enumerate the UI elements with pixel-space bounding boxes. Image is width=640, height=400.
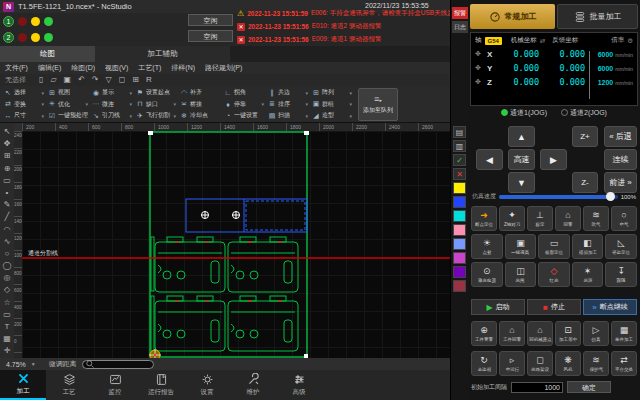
dry-run-button[interactable]: ▹空运行 — [499, 351, 525, 376]
line-tool-icon[interactable]: ╱ — [1, 211, 13, 222]
continuous-button[interactable]: 连续 — [604, 149, 637, 170]
breakpoint-resume-button[interactable]: »断点继续 — [583, 299, 637, 315]
color-blue[interactable] — [453, 196, 466, 208]
nudge-distance-input[interactable] — [95, 361, 153, 367]
grid-tool-icon[interactable]: ⊞ — [1, 150, 13, 161]
red-light-button[interactable]: ◇红光 — [538, 262, 570, 287]
zoom-tool-icon[interactable]: ⊕ — [1, 163, 13, 174]
chevron-down-icon[interactable]: ▾ — [173, 101, 176, 107]
start-button[interactable]: ▶启动 — [471, 299, 525, 315]
shape-button[interactable]: ◢造型▾ — [310, 110, 354, 122]
ellipse-tool-icon[interactable]: ◯ — [1, 260, 13, 271]
jog-up-button[interactable]: ▲ — [508, 126, 535, 147]
flying-cut-button[interactable]: ✈飞行切割▾ — [134, 110, 178, 122]
pan-tool-icon[interactable]: ✥ — [1, 138, 13, 149]
calibrate-button[interactable]: ⊥标定 — [527, 206, 553, 231]
view-button[interactable]: ⊞视图 — [46, 87, 90, 99]
dimension-button[interactable]: ↔尺寸▾ — [2, 110, 46, 122]
disable-layer-icon[interactable]: ✕ — [453, 168, 466, 180]
scan-button[interactable]: ▤扫描▾ — [266, 110, 310, 122]
chevron-down-icon[interactable]: ▾ — [173, 113, 176, 119]
tab-monitor[interactable]: 监控 — [92, 370, 138, 400]
beam-setup-button[interactable]: ◻光路架设 — [527, 351, 553, 376]
chevron-down-icon[interactable]: ▾ — [261, 101, 264, 107]
edge-seek-button[interactable]: ◺寻边定位 — [605, 234, 637, 259]
undo-icon[interactable]: ↶ — [78, 75, 85, 85]
menu-item[interactable]: 工艺(T) — [138, 63, 161, 73]
overlap-icon[interactable]: ⊞ — [132, 75, 139, 85]
high-speed-button[interactable]: 高速 — [508, 149, 535, 170]
display-button[interactable]: ◉显示▾ — [90, 87, 134, 99]
gear-icon[interactable]: ⚙ — [627, 37, 633, 45]
group-button[interactable]: ▣群组▾ — [310, 99, 354, 111]
fan-button[interactable]: ❋风机 — [555, 351, 581, 376]
center-machining-button[interactable]: ⊡加工居中 — [555, 321, 581, 346]
arc-tool-icon[interactable]: ◠ — [1, 224, 13, 235]
common-edge-button[interactable]: ∥共边▾ — [266, 87, 310, 99]
one-key-setup-button[interactable]: ◔一键设置 — [222, 110, 266, 122]
spot-shot-button[interactable]: ☀点射 — [471, 234, 503, 259]
transform-button[interactable]: ⇄变换▾ — [2, 99, 46, 111]
shutter-button[interactable]: ◫光闸 — [505, 262, 537, 287]
chevron-down-icon[interactable]: ▾ — [129, 101, 132, 107]
follow-button[interactable]: ↧跟随 — [605, 262, 637, 287]
chevron-down-icon[interactable]: ▾ — [305, 113, 308, 119]
lead-line-button[interactable]: ↘引刀线▾ — [90, 110, 134, 122]
tab-craft[interactable]: 工艺 — [46, 370, 92, 400]
select-tool-icon[interactable]: ↖ — [1, 126, 13, 137]
center-mark-tool-icon[interactable]: ✛ — [1, 345, 13, 356]
curve-tool-icon[interactable]: ∿ — [1, 236, 13, 247]
radio-channel-2[interactable]: 通道2(JOG) — [561, 108, 607, 118]
stop-button[interactable]: ■停止 — [527, 299, 581, 315]
tab-machining[interactable]: 加工 — [0, 370, 46, 400]
frame-icon[interactable]: ◻ — [119, 75, 126, 85]
alarm-panel-button[interactable]: 报警 — [452, 7, 468, 19]
chevron-down-icon[interactable]: ▾ — [349, 101, 352, 107]
backward-button[interactable]: «后退 — [604, 126, 637, 147]
cooling-point-button[interactable]: ❄冷却点 — [178, 110, 222, 122]
air-button[interactable]: ○空气 — [611, 206, 637, 231]
tab-run-report[interactable]: 运行报告 — [138, 370, 184, 400]
filter-icon[interactable]: ▽ — [106, 75, 112, 85]
zoom-level[interactable]: 4.75% — [6, 361, 26, 368]
return-machine-origin-button[interactable]: ⌂回机械原点 — [527, 321, 553, 346]
dock-button[interactable]: ♦停靠▾ — [222, 99, 266, 111]
image-tool-icon[interactable]: ▦ — [1, 333, 13, 344]
jog-z-minus-button[interactable]: Z- — [572, 172, 598, 193]
micro-joint-button[interactable]: ⋯微连▾ — [90, 99, 134, 111]
jog-down-button[interactable]: ▼ — [508, 172, 535, 193]
protective-gas-button[interactable]: ≋保护气 — [583, 351, 609, 376]
simulate-machining-button[interactable]: ◧模拟加工 — [572, 234, 604, 259]
chevron-down-icon[interactable]: ▾ — [305, 101, 308, 107]
sim-speed-slider[interactable] — [499, 195, 618, 199]
one-key-preprocess-button[interactable]: ☑一键预处理 — [46, 110, 90, 122]
tab-drawing[interactable]: 绘图 — [0, 46, 95, 62]
menu-item[interactable]: 排样(N) — [171, 63, 195, 73]
bridge-button[interactable]: ≍桥接 — [178, 99, 222, 111]
color-lightblue[interactable] — [453, 238, 466, 250]
tab-advanced[interactable]: 高级 — [276, 370, 322, 400]
optimize-button[interactable]: ✳优化▾ — [46, 99, 90, 111]
redo-icon[interactable]: ↷ — [92, 75, 99, 85]
log-panel-button[interactable]: 日志 — [452, 21, 468, 33]
circle-tool-icon[interactable]: ○ — [1, 248, 13, 259]
point-tool-icon[interactable]: • — [1, 187, 13, 198]
breakpoint-locate-button[interactable]: ➜断点定位 — [471, 206, 497, 231]
chevron-down-icon[interactable]: ▾ — [41, 101, 44, 107]
tab-normal-machining[interactable]: 常规加工 — [470, 4, 555, 29]
open-file-icon[interactable]: ▱ — [50, 75, 56, 85]
sort-button[interactable]: ≣排序▾ — [266, 99, 310, 111]
corner-button[interactable]: ∟拐角 — [222, 87, 266, 99]
save-file-icon[interactable]: ▣ — [64, 75, 72, 85]
menu-item[interactable]: 编辑(E) — [38, 63, 61, 73]
return-workpiece-zero-button[interactable]: ⌂工件回零 — [499, 321, 525, 346]
record-icon[interactable]: R — [146, 75, 152, 85]
blow-air-button[interactable]: ≋吹气 — [583, 206, 609, 231]
cad-canvas[interactable]: 通道分割线 — [22, 131, 450, 358]
wcs-badge[interactable]: G54 — [485, 37, 502, 45]
color-yellow[interactable] — [453, 182, 466, 194]
z-axis-tool-set-button[interactable]: ✦Z轴对刀 — [499, 206, 525, 231]
single-part-button[interactable]: ▦单件加工 — [611, 321, 637, 346]
slider-knob[interactable] — [606, 192, 615, 201]
forward-button[interactable]: 前进» — [604, 172, 637, 193]
